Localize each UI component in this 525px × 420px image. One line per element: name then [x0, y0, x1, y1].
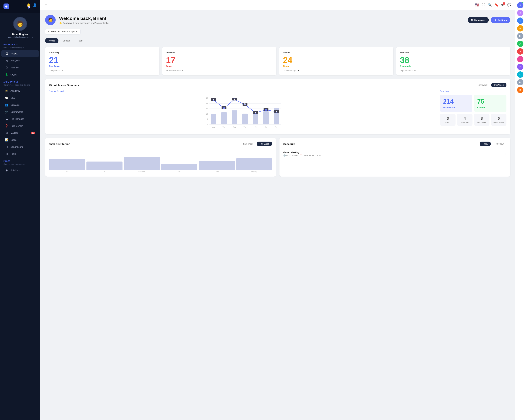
- svg-text:9: 9: [207, 118, 208, 120]
- tab-team[interactable]: Team: [74, 38, 87, 43]
- schedule-toggle: Today Tomorrow: [480, 141, 506, 146]
- stat-footer-1: From yesterday: 9: [166, 69, 273, 72]
- stat-card-header-3: Features ⋮: [400, 50, 507, 54]
- ov-small-label-3: Needs Triage: [493, 121, 505, 123]
- sidebar-item-helpcenter[interactable]: ❓ Help Center ›: [1, 122, 39, 129]
- nav-section-sublabel: Unique dashboard designs: [0, 47, 40, 50]
- sidebar-item-scrumboard[interactable]: ⊞ Scrumboard: [1, 143, 39, 150]
- expand-icon[interactable]: ⛶: [482, 3, 485, 7]
- sidebar-item-project[interactable]: ☑ Project: [1, 50, 39, 57]
- messages-button[interactable]: ✉ Messages: [468, 17, 489, 23]
- nav-section-label: APPLICATIONS: [0, 78, 40, 84]
- stat-dots-3[interactable]: ⋮: [503, 50, 506, 54]
- rp-avatar-3[interactable]: R: [517, 25, 524, 31]
- svg-point-28: [213, 99, 214, 101]
- task-last-week-toggle[interactable]: Last Week: [240, 141, 256, 146]
- rp-avatar-10[interactable]: M: [517, 79, 524, 85]
- rp-avatar-2[interactable]: K: [517, 18, 524, 24]
- task-max-label: 40: [49, 149, 272, 151]
- sidebar-item-tasks[interactable]: ⊙ Tasks: [1, 150, 39, 157]
- overview-small-card-1: 4 Won't Fix: [457, 114, 472, 126]
- tab-home[interactable]: Home: [45, 38, 58, 43]
- sidebar-item-finance[interactable]: ⬡ Finance: [1, 64, 39, 71]
- new-issues-number: 214: [443, 98, 469, 105]
- chat-icon[interactable]: 💬: [507, 3, 511, 7]
- sidebar-item-chat[interactable]: 💬 Chat: [1, 94, 39, 101]
- sidebar-item-notes[interactable]: 📝 Notes: [1, 137, 39, 143]
- sidebar: ◆ 🔔3 👤 🧑 Brian Hughes hughes.brian@compa…: [0, 0, 40, 420]
- sidebar-item-academy[interactable]: 🎓 Academy: [1, 87, 39, 94]
- stat-footer-2: Closed today: 19: [283, 69, 390, 72]
- project-selector[interactable]: ACME Corp. Backend App ▾: [45, 29, 81, 35]
- welcome-avatar: 🧑: [45, 15, 56, 25]
- user-circle-icon[interactable]: 👤: [33, 3, 37, 9]
- sidebar-item-crypto[interactable]: 💲 Crypto: [1, 71, 39, 78]
- task-this-week-toggle[interactable]: This Week: [257, 141, 272, 146]
- rp-avatar-11[interactable]: D: [517, 87, 524, 93]
- settings-button-label: Settings: [498, 19, 507, 21]
- overview-bottom: 3 Fixed 4 Won't Fix 8 Re-opened 6 Needs …: [440, 114, 506, 126]
- sidebar-item-filemanager[interactable]: ☁ File Manager: [1, 115, 39, 122]
- stat-card-header-0: Summary ⋮: [49, 50, 156, 54]
- schedule-title: Schedule: [283, 142, 295, 145]
- rp-avatar-0[interactable]: B: [517, 2, 524, 8]
- sidebar-item-mailbox[interactable]: ✉ Mailbox 27: [1, 130, 39, 136]
- bar-5: [236, 158, 272, 170]
- sidebar-icon-finance: ⬡: [5, 66, 8, 69]
- welcome-actions: ✉ Messages ⚙ Settings: [468, 17, 510, 23]
- stat-card-title-0: Summary: [49, 51, 59, 54]
- tomorrow-toggle[interactable]: Tomorrow: [492, 141, 506, 146]
- main-area: ☰ 🇺🇸 ⛶ 🔍 🔖 🛍5 💬 🧑 Welcome back, Brian! 🔔…: [40, 0, 515, 420]
- stat-number-3: 38: [400, 56, 507, 64]
- sidebar-item-activities[interactable]: ◈ Activities: [1, 167, 39, 174]
- stat-dots-0[interactable]: ⋮: [152, 50, 156, 54]
- notification-icon[interactable]: 🔔3: [27, 3, 30, 9]
- rp-avatar-5[interactable]: A: [517, 41, 524, 47]
- schedule-location-0: 📍 Conference room 1B: [300, 154, 321, 157]
- sidebar-label-notes: Notes: [10, 139, 17, 141]
- sidebar-header-icons: 🔔3 👤: [27, 3, 37, 9]
- bar-col-1: UI: [86, 161, 122, 173]
- this-week-toggle[interactable]: This Week: [491, 83, 506, 87]
- sidebar-logo[interactable]: ◆: [3, 3, 9, 9]
- nav-section-sublabel: Custom made page designs: [0, 163, 40, 167]
- rp-avatar-9[interactable]: N: [517, 71, 524, 78]
- github-content: New vs. Closed 45 36 27 18: [49, 90, 506, 130]
- stat-card-title-3: Features: [400, 51, 410, 54]
- stat-card-header-2: Issues ⋮: [283, 50, 390, 54]
- messages-button-label: Messages: [474, 19, 485, 21]
- sidebar-item-analytics[interactable]: ◎ Analytics: [1, 57, 39, 64]
- user-name: Brian Hughes: [12, 33, 28, 36]
- ov-small-number-0: 3: [442, 116, 454, 121]
- last-week-toggle[interactable]: Last Week: [475, 83, 490, 87]
- flag-icon[interactable]: 🇺🇸: [475, 3, 479, 7]
- sidebar-icon-project: ☑: [5, 52, 8, 55]
- messages-topnav-icon[interactable]: 🛍5: [501, 3, 504, 7]
- bar-label-5: Deploy: [251, 171, 257, 173]
- sidebar-item-contacts[interactable]: 👥 Contacts: [1, 102, 39, 108]
- svg-rect-13: [221, 112, 227, 124]
- overview-small-card-0: 3 Fixed: [440, 114, 456, 126]
- today-toggle[interactable]: Today: [480, 141, 491, 146]
- stat-dots-1[interactable]: ⋮: [269, 50, 272, 54]
- stat-card-header-1: Overdue ⋮: [166, 50, 273, 54]
- settings-button[interactable]: ⚙ Settings: [491, 17, 510, 23]
- stat-dots-2[interactable]: ⋮: [386, 50, 390, 54]
- schedule-item-0: Group Meeting 🕐 in 32 minutes 📍 Conferen…: [283, 149, 506, 159]
- rp-avatar-7[interactable]: L: [517, 56, 524, 62]
- rp-avatar-6[interactable]: J: [517, 48, 524, 55]
- rp-avatar-1[interactable]: S: [517, 10, 524, 16]
- schedule-item-info-0: Group Meeting 🕐 in 32 minutes 📍 Conferen…: [283, 151, 321, 157]
- menu-icon[interactable]: ☰: [45, 3, 47, 7]
- schedule-chevron-0[interactable]: ›: [506, 152, 506, 155]
- rp-avatar-4[interactable]: M: [517, 33, 524, 39]
- svg-text:45: 45: [206, 97, 208, 99]
- sidebar-item-ecommerce[interactable]: 🛒 ECommerce ›: [1, 109, 39, 115]
- sidebar-label-contacts: Contacts: [10, 104, 19, 106]
- bar-label-3: DB: [178, 171, 180, 173]
- tab-budget[interactable]: Budget: [59, 38, 73, 43]
- search-icon[interactable]: 🔍: [488, 3, 492, 7]
- overview-subtitle: Overview: [440, 90, 506, 93]
- bookmark-icon[interactable]: 🔖: [495, 3, 498, 7]
- rp-avatar-8[interactable]: P: [517, 64, 524, 70]
